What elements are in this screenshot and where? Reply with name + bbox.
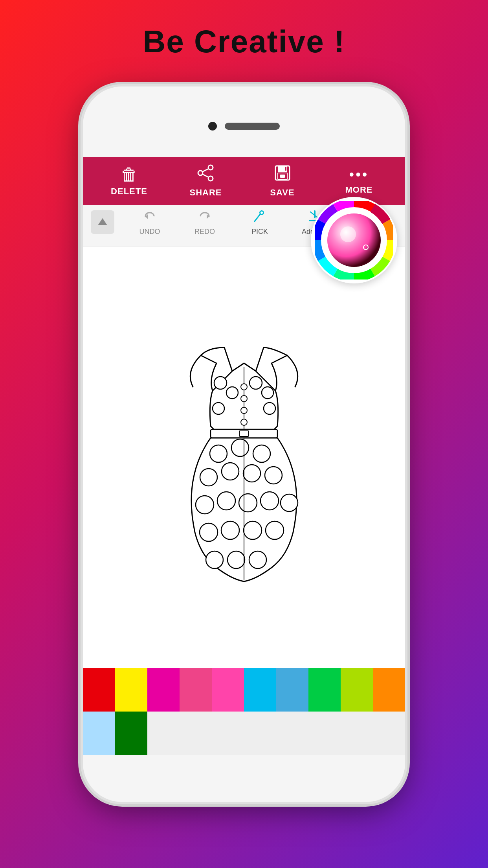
color-orange[interactable]	[373, 668, 405, 712]
pick-label: PICK	[251, 228, 268, 236]
color-green[interactable]	[308, 668, 341, 712]
app-title: Be Creative !	[0, 0, 488, 60]
svg-point-54	[249, 551, 266, 568]
svg-point-49	[221, 521, 239, 539]
color-light-blue[interactable]	[83, 712, 115, 755]
svg-point-51	[266, 521, 284, 539]
pick-button[interactable]: PICK	[232, 209, 287, 242]
svg-point-31	[262, 387, 273, 399]
svg-point-43	[196, 496, 214, 514]
svg-point-0	[208, 165, 213, 170]
color-empty-3	[147, 712, 405, 755]
phone-speaker-area	[208, 122, 280, 131]
svg-point-28	[214, 377, 227, 389]
up-arrow-button[interactable]	[91, 210, 114, 234]
svg-point-24	[241, 384, 247, 390]
svg-point-41	[243, 465, 261, 482]
palette-row-2	[83, 712, 405, 755]
svg-point-33	[264, 403, 275, 414]
svg-rect-8	[280, 175, 285, 178]
delete-label: DELETE	[111, 186, 147, 197]
svg-point-29	[226, 387, 238, 399]
svg-point-1	[208, 176, 213, 181]
phone-screen: 🗑 DELETE SHARE	[83, 157, 405, 755]
redo-button[interactable]: REDO	[177, 209, 232, 242]
svg-rect-35	[239, 431, 249, 436]
color-red[interactable]	[83, 668, 115, 712]
svg-point-32	[213, 403, 224, 414]
svg-point-38	[253, 445, 270, 462]
sub-toolbar: UNDO REDO	[83, 205, 405, 246]
svg-line-3	[202, 169, 209, 172]
color-pink-dark[interactable]	[180, 668, 212, 712]
color-pink[interactable]	[212, 668, 244, 712]
svg-point-39	[200, 469, 217, 486]
save-icon	[274, 164, 291, 184]
color-wheel[interactable]	[311, 197, 397, 283]
save-label: SAVE	[270, 188, 294, 198]
svg-point-26	[241, 407, 247, 414]
svg-point-47	[281, 494, 298, 511]
share-icon	[197, 164, 215, 184]
phone-front-camera	[208, 122, 217, 131]
phone-top-bezel	[83, 86, 405, 157]
svg-point-42	[265, 467, 282, 484]
svg-line-13	[255, 214, 260, 221]
share-label: SHARE	[189, 188, 222, 198]
svg-point-2	[198, 171, 203, 175]
color-sky-blue[interactable]	[276, 668, 308, 712]
color-dark-green[interactable]	[115, 712, 147, 755]
delete-icon: 🗑	[121, 166, 138, 183]
color-palette	[83, 668, 405, 755]
redo-label: REDO	[194, 228, 215, 236]
svg-point-15	[261, 211, 263, 214]
svg-rect-9	[285, 167, 286, 171]
dress-illustration	[154, 324, 334, 591]
svg-point-40	[222, 463, 239, 480]
more-icon: •••	[349, 167, 369, 182]
svg-point-44	[217, 492, 235, 510]
svg-point-21	[340, 226, 356, 242]
undo-icon	[142, 209, 157, 226]
svg-marker-10	[98, 218, 107, 225]
svg-point-53	[227, 551, 245, 568]
svg-point-36	[210, 445, 227, 462]
svg-point-20	[327, 213, 381, 267]
more-button[interactable]: ••• MORE	[321, 167, 397, 195]
more-label: MORE	[345, 185, 373, 195]
svg-line-4	[202, 174, 209, 177]
svg-point-52	[206, 551, 223, 568]
undo-label: UNDO	[139, 228, 160, 236]
svg-point-50	[244, 521, 262, 539]
phone-speaker	[225, 123, 280, 130]
color-magenta[interactable]	[147, 668, 180, 712]
redo-icon	[197, 209, 212, 226]
svg-point-30	[250, 377, 262, 389]
svg-point-45	[239, 494, 257, 512]
share-button[interactable]: SHARE	[167, 164, 244, 198]
phone-bottom-bezel	[83, 755, 405, 802]
svg-point-46	[261, 492, 279, 510]
svg-point-48	[200, 523, 218, 541]
color-lime[interactable]	[341, 668, 373, 712]
svg-point-25	[241, 395, 247, 402]
delete-button[interactable]: 🗑 DELETE	[91, 166, 167, 197]
color-yellow[interactable]	[115, 668, 147, 712]
svg-point-37	[231, 439, 249, 456]
drawing-area[interactable]	[83, 246, 405, 668]
phone-frame: 🗑 DELETE SHARE	[83, 86, 405, 802]
undo-button[interactable]: UNDO	[122, 209, 177, 242]
pick-icon	[252, 209, 267, 226]
save-button[interactable]: SAVE	[244, 164, 321, 198]
color-cyan[interactable]	[244, 668, 276, 712]
svg-point-27	[241, 419, 247, 425]
palette-row-1	[83, 668, 405, 712]
